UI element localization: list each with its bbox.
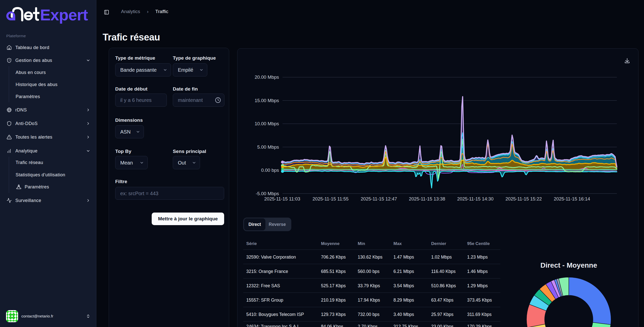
svg-text:2025-11-15 16:14: 2025-11-15 16:14 <box>554 196 590 201</box>
svg-text:2025-11-15 14:30: 2025-11-15 14:30 <box>457 196 494 201</box>
svg-text:2025-11-15 11:03: 2025-11-15 11:03 <box>264 196 300 201</box>
svg-text:2025-11-15 13:38: 2025-11-15 13:38 <box>409 196 445 201</box>
svg-text:Expert: Expert <box>40 6 88 24</box>
svg-text:5.00 Mbps: 5.00 Mbps <box>257 144 279 150</box>
svg-text:2025-11-15 11:55: 2025-11-15 11:55 <box>312 196 348 201</box>
svg-text:15.00 Mbps: 15.00 Mbps <box>255 98 279 103</box>
svg-text:-5.00 Mbps: -5.00 Mbps <box>256 191 279 196</box>
svg-text:10.00 Mbps: 10.00 Mbps <box>255 121 279 126</box>
svg-text:0.00 bps: 0.00 bps <box>261 168 279 173</box>
svg-text:2025-11-15 12:47: 2025-11-15 12:47 <box>361 196 397 201</box>
svg-text:2025-11-15 15:22: 2025-11-15 15:22 <box>505 196 542 201</box>
svg-text:20.00 Mbps: 20.00 Mbps <box>255 74 279 80</box>
